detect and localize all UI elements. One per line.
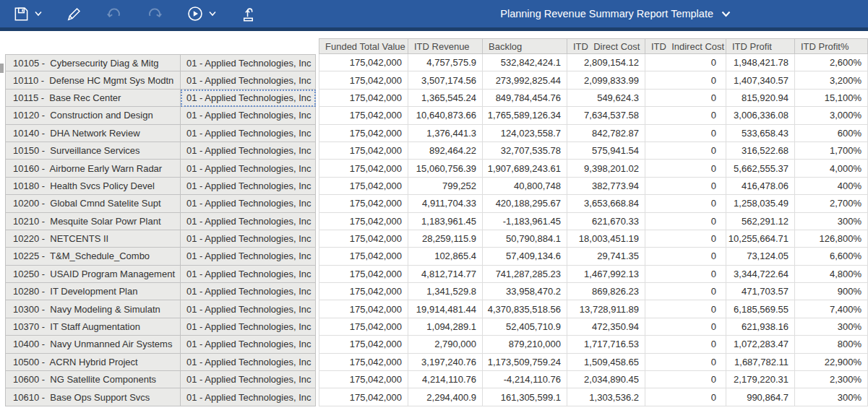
backlog-cell[interactable]: 420,188,295.67 bbox=[483, 195, 567, 212]
itd-profit-cell[interactable]: 815,920.94 bbox=[726, 90, 795, 107]
backlog-cell[interactable]: 52,405,710.9 bbox=[483, 318, 567, 336]
backlog-cell[interactable]: 57,409,134.6 bbox=[483, 248, 567, 265]
report-template-selector[interactable]: Planning Revenue Summary Report Template bbox=[500, 8, 731, 19]
itd-indirect-cost-cell[interactable]: 0 bbox=[645, 354, 726, 371]
itd-profit-pct-cell[interactable]: 126,800% bbox=[795, 230, 868, 248]
organization-row-header-cell[interactable]: 01 - Applied Technologies, Inc bbox=[181, 388, 316, 406]
itd-profit-cell[interactable]: 316,522.68 bbox=[726, 142, 795, 160]
itd-profit-pct-cell[interactable]: 6,600% bbox=[795, 248, 868, 265]
edit-pencil-icon[interactable] bbox=[64, 4, 83, 23]
itd-direct-cost-cell[interactable]: 2,099,833.99 bbox=[567, 71, 645, 89]
column-header-itd-revenue[interactable]: ITD Revenue bbox=[408, 38, 483, 54]
funded-total-value-cell[interactable]: 175,042,000 bbox=[319, 388, 408, 406]
itd-direct-cost-cell[interactable]: 1,467,992.13 bbox=[567, 266, 645, 283]
project-row-header-cell[interactable]: 10500 - ACRN Hybrid Project bbox=[5, 354, 181, 371]
project-row-header-cell[interactable]: 10300 - Navy Modeling & Simulatn bbox=[5, 300, 181, 318]
itd-profit-cell[interactable]: 1,948,421.78 bbox=[726, 54, 795, 71]
itd-profit-pct-cell[interactable]: 3,200% bbox=[795, 71, 868, 89]
backlog-cell[interactable]: -4,214,110.76 bbox=[483, 371, 567, 388]
itd-indirect-cost-cell[interactable]: 0 bbox=[645, 160, 726, 177]
organization-row-header-cell[interactable]: 01 - Applied Technologies, Inc bbox=[181, 354, 316, 371]
itd-revenue-cell[interactable]: 1,341,529.8 bbox=[408, 283, 483, 300]
itd-indirect-cost-cell[interactable]: 0 bbox=[645, 283, 726, 300]
itd-profit-pct-cell[interactable]: 4,000% bbox=[795, 160, 868, 177]
organization-row-header-cell[interactable]: 01 - Applied Technologies, Inc bbox=[181, 300, 316, 318]
itd-profit-pct-cell[interactable]: 800% bbox=[795, 336, 868, 353]
project-row-header-cell[interactable]: 10220 - NETCENTS II bbox=[5, 230, 181, 248]
itd-indirect-cost-cell[interactable]: 0 bbox=[645, 195, 726, 212]
backlog-cell[interactable]: 33,958,470.2 bbox=[483, 283, 567, 300]
itd-profit-cell[interactable]: 1,072,283.47 bbox=[726, 336, 795, 353]
itd-revenue-cell[interactable]: 28,259,115.9 bbox=[408, 230, 483, 248]
itd-profit-cell[interactable]: 533,658.43 bbox=[726, 125, 795, 142]
organization-row-header-cell[interactable]: 01 - Applied Technologies, Inc bbox=[181, 142, 316, 160]
organization-row-header-cell[interactable]: 01 - Applied Technologies, Inc bbox=[181, 371, 316, 388]
save-icon[interactable] bbox=[12, 4, 30, 23]
itd-direct-cost-cell[interactable]: 2,034,890.45 bbox=[567, 371, 645, 388]
itd-indirect-cost-cell[interactable]: 0 bbox=[645, 300, 726, 318]
run-icon[interactable] bbox=[186, 4, 205, 23]
itd-indirect-cost-cell[interactable]: 0 bbox=[645, 178, 726, 195]
project-row-header-cell[interactable]: 10610 - Base Ops Support Svcs bbox=[5, 388, 181, 406]
itd-direct-cost-cell[interactable]: 18,003,451.19 bbox=[567, 230, 645, 248]
project-row-header-cell[interactable]: 10180 - Health Svcs Policy Devel bbox=[5, 178, 181, 195]
itd-indirect-cost-cell[interactable]: 0 bbox=[645, 248, 726, 265]
itd-revenue-cell[interactable]: 10,640,873.66 bbox=[408, 107, 483, 124]
backlog-cell[interactable]: 849,784,454.76 bbox=[483, 90, 567, 107]
itd-profit-cell[interactable]: 1,258,035.49 bbox=[726, 195, 795, 212]
title-dropdown-chevron[interactable] bbox=[721, 8, 731, 19]
funded-total-value-cell[interactable]: 175,042,000 bbox=[319, 230, 408, 248]
backlog-cell[interactable]: 1,907,689,243.61 bbox=[483, 160, 567, 177]
itd-direct-cost-cell[interactable]: 1,303,536.2 bbox=[567, 388, 645, 406]
itd-direct-cost-cell[interactable]: 1,717,716.53 bbox=[567, 336, 645, 353]
project-row-header-cell[interactable]: 10400 - Navy Unmanned Air Systems bbox=[5, 336, 181, 353]
funded-total-value-cell[interactable]: 175,042,000 bbox=[319, 318, 408, 336]
itd-profit-pct-cell[interactable]: 3,000% bbox=[795, 107, 868, 124]
itd-profit-cell[interactable]: 562,291.12 bbox=[726, 213, 795, 230]
backlog-cell[interactable]: 1,765,589,126.34 bbox=[483, 107, 567, 124]
itd-profit-cell[interactable]: 621,938.16 bbox=[726, 318, 795, 336]
project-row-header-cell[interactable]: 10140 - DHA Network Review bbox=[5, 125, 181, 142]
submit-button[interactable] bbox=[239, 4, 257, 23]
itd-profit-pct-cell[interactable]: 300% bbox=[795, 388, 868, 406]
funded-total-value-cell[interactable]: 175,042,000 bbox=[319, 142, 408, 160]
itd-profit-pct-cell[interactable]: 2,700% bbox=[795, 195, 868, 212]
itd-indirect-cost-cell[interactable]: 0 bbox=[645, 266, 726, 283]
column-header-funded-total-value[interactable]: Funded Total Value bbox=[319, 38, 408, 54]
organization-row-header-cell[interactable]: 01 - Applied Technologies, Inc bbox=[181, 125, 316, 142]
itd-profit-cell[interactable]: 416,478.06 bbox=[726, 178, 795, 195]
itd-revenue-cell[interactable]: 799,252 bbox=[408, 178, 483, 195]
itd-profit-pct-cell[interactable]: 15,100% bbox=[795, 90, 868, 107]
itd-profit-cell[interactable]: 6,185,569.55 bbox=[726, 300, 795, 318]
itd-profit-cell[interactable]: 1,687,782.11 bbox=[726, 354, 795, 371]
organization-row-header-cell[interactable]: 01 - Applied Technologies, Inc bbox=[181, 266, 316, 283]
itd-revenue-cell[interactable]: 4,757,575.9 bbox=[408, 54, 483, 71]
itd-indirect-cost-cell[interactable]: 0 bbox=[645, 371, 726, 388]
backlog-cell[interactable]: 273,992,825.44 bbox=[483, 71, 567, 89]
itd-revenue-cell[interactable]: 4,214,110.76 bbox=[408, 371, 483, 388]
itd-indirect-cost-cell[interactable]: 0 bbox=[645, 318, 726, 336]
funded-total-value-cell[interactable]: 175,042,000 bbox=[319, 178, 408, 195]
backlog-cell[interactable]: 532,842,424.1 bbox=[483, 54, 567, 71]
backlog-cell[interactable]: -1,183,961.45 bbox=[483, 213, 567, 230]
itd-revenue-cell[interactable]: 102,865.4 bbox=[408, 248, 483, 265]
itd-direct-cost-cell[interactable]: 842,782.87 bbox=[567, 125, 645, 142]
funded-total-value-cell[interactable]: 175,042,000 bbox=[319, 160, 408, 177]
itd-revenue-cell[interactable]: 892,464.22 bbox=[408, 142, 483, 160]
itd-indirect-cost-cell[interactable]: 0 bbox=[645, 230, 726, 248]
itd-profit-cell[interactable]: 3,006,336.08 bbox=[726, 107, 795, 124]
backlog-cell[interactable]: 124,023,558.7 bbox=[483, 125, 567, 142]
organization-row-header-cell[interactable]: 01 - Applied Technologies, Inc bbox=[181, 160, 316, 177]
funded-total-value-cell[interactable]: 175,042,000 bbox=[319, 248, 408, 265]
funded-total-value-cell[interactable]: 175,042,000 bbox=[319, 125, 408, 142]
itd-profit-cell[interactable]: 990,864.7 bbox=[726, 388, 795, 406]
edit-button[interactable] bbox=[64, 4, 83, 23]
organization-row-header-cell[interactable]: 01 - Applied Technologies, Inc bbox=[181, 90, 316, 107]
project-row-header-cell[interactable]: 10105 - Cybersecurity Diag & Mitg bbox=[5, 54, 181, 71]
itd-revenue-cell[interactable]: 4,812,714.77 bbox=[408, 266, 483, 283]
project-row-header-cell[interactable]: 10120 - Construction and Design bbox=[5, 107, 181, 124]
organization-row-header-cell[interactable]: 01 - Applied Technologies, Inc bbox=[181, 107, 316, 124]
funded-total-value-cell[interactable]: 175,042,000 bbox=[319, 195, 408, 212]
itd-profit-cell[interactable]: 471,703.57 bbox=[726, 283, 795, 300]
itd-profit-cell[interactable]: 5,662,555.37 bbox=[726, 160, 795, 177]
